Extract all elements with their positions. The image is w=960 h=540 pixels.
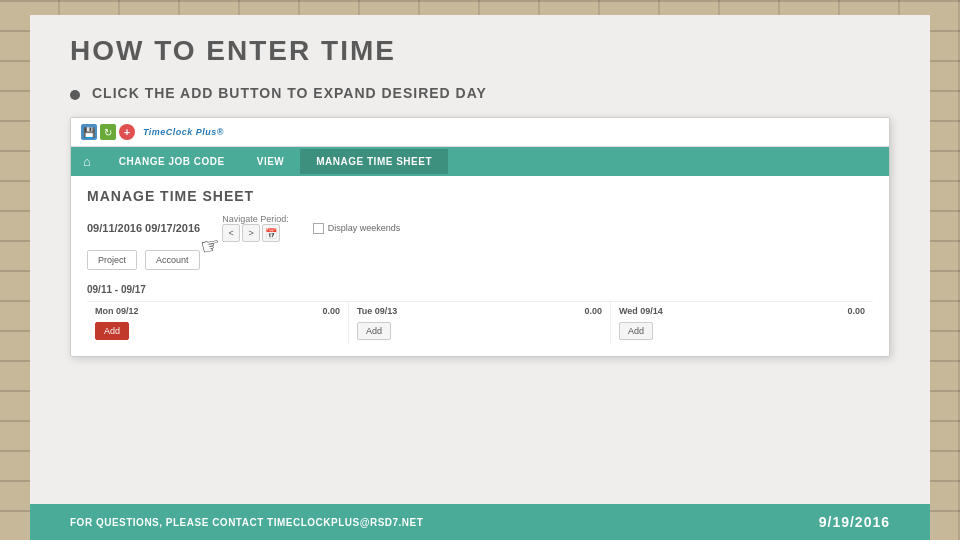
weekends-checkbox[interactable] [313,223,324,234]
refresh-icon: ↻ [100,124,116,140]
time-grid: Mon 09/12 0.00 Add Tue 09/13 0.00 [87,301,873,344]
slide-footer: FOR QUESTIONS, PLEASE CONTACT TIMECLOCKP… [30,504,930,540]
prev-arrow[interactable]: < [222,224,240,242]
app-screenshot: 💾 ↻ + TimeClock Plus® ⌂ CHANGE JOB CODE … [70,117,890,357]
save-icon: 💾 [81,124,97,140]
add-button-mon[interactable]: Add [95,322,129,340]
week-label: 09/11 - 09/17 [87,284,873,295]
add-button-wed[interactable]: Add [619,322,653,340]
day-header-tue: Tue 09/13 0.00 [357,306,602,316]
day-label-wed: Wed 09/14 [619,306,663,316]
date-range: 09/11/2016 09/17/2016 [87,222,200,234]
bullet-dot [70,90,80,100]
footer-contact: FOR QUESTIONS, PLEASE CONTACT TIMECLOCKP… [70,517,423,528]
day-header-mon: Mon 09/12 0.00 [95,306,340,316]
add-icon: + [119,124,135,140]
app-header: 💾 ↻ + TimeClock Plus® [71,118,889,147]
filter-row: Project Account [87,250,873,270]
home-icon: ⌂ [83,154,91,169]
nav-home-button[interactable]: ⌂ [71,147,103,176]
slide-title: HOW TO ENTER TIME [70,35,890,67]
add-button-tue[interactable]: Add [357,322,391,340]
slide-content: HOW TO ENTER TIME CLICK THE ADD BUTTON T… [30,15,930,504]
app-logo-icons: 💾 ↻ + [81,124,135,140]
footer-date: 9/19/2016 [819,514,890,530]
day-label-mon: Mon 09/12 [95,306,139,316]
app-nav: ⌂ CHANGE JOB CODE VIEW MANAGE TIME SHEET [71,147,889,176]
day-cell-tue: Tue 09/13 0.00 Add [349,302,611,344]
account-button[interactable]: Account [145,250,200,270]
nav-manage-time-sheet[interactable]: MANAGE TIME SHEET [300,149,448,174]
nav-arrows: < > 📅 [222,224,289,242]
day-label-tue: Tue 09/13 [357,306,397,316]
display-weekends: Display weekends [313,223,401,234]
nav-view[interactable]: VIEW [241,149,301,174]
nav-change-job-code[interactable]: CHANGE JOB CODE [103,149,241,174]
bullet-text: CLICK THE ADD BUTTON TO EXPAND DESIRED D… [92,85,487,101]
app-main: MANAGE TIME SHEET 09/11/2016 09/17/2016 … [71,176,889,356]
slide-container: HOW TO ENTER TIME CLICK THE ADD BUTTON T… [30,15,930,540]
day-header-wed: Wed 09/14 0.00 [619,306,865,316]
day-hours-wed: 0.00 [847,306,865,316]
day-cell-wed: Wed 09/14 0.00 Add [611,302,873,344]
project-button[interactable]: Project [87,250,137,270]
day-hours-tue: 0.00 [584,306,602,316]
navigate-label: Navigate Period: [222,214,289,224]
next-arrow[interactable]: > [242,224,260,242]
manage-time-sheet-title: MANAGE TIME SHEET [87,188,873,204]
day-cell-mon: Mon 09/12 0.00 Add [87,302,349,344]
date-row: 09/11/2016 09/17/2016 Navigate Period: <… [87,214,873,242]
weekends-label: Display weekends [328,223,401,233]
calendar-icon[interactable]: 📅 [262,224,280,242]
bullet-point: CLICK THE ADD BUTTON TO EXPAND DESIRED D… [70,85,890,101]
day-hours-mon: 0.00 [322,306,340,316]
app-logo-text: TimeClock Plus® [143,127,224,137]
